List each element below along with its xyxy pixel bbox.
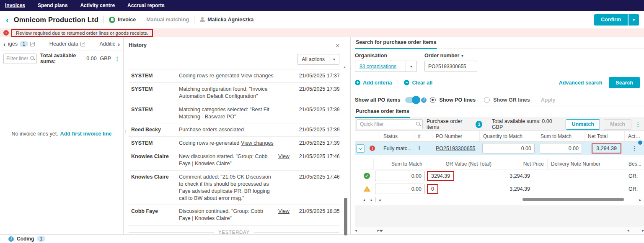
col-po-number[interactable]: PO Number [432,131,480,142]
tabs-scroll-right-icon[interactable]: › [118,41,120,47]
add-first-invoice-line-link[interactable]: Add first invoice line [60,131,112,137]
external-link-icon[interactable]: ↗ [80,42,85,46]
search-button[interactable]: Search [609,77,640,88]
scroll-right-icon[interactable]: ▸ [381,228,383,233]
col-net-price[interactable]: Net Price [495,159,548,169]
organisation-value-link[interactable]: 83 organisations [355,64,406,69]
tabs-scroll-left-icon[interactable]: ‹ [3,41,5,47]
tab-purchase-order-items[interactable]: Purchase order items [355,108,410,118]
show-gr-lines-radio[interactable] [484,97,490,103]
col-delivery-note-number[interactable]: Delivery Note Number [548,159,625,169]
kebab-menu-icon[interactable]: ⋮ [635,121,641,128]
scrollbar-thumb[interactable] [522,198,624,201]
po-number-link[interactable]: PO25193300655 [436,146,476,151]
order-number-input[interactable] [424,61,477,72]
history-entry-user: Reed Becky [129,126,179,133]
history-entry: Reed Becky Purchase orders associated 21… [129,123,339,136]
order-number-label: Order number ▾ [424,53,477,59]
show-gr-lines-label[interactable]: Show GR lines [493,97,530,103]
scroll-left-icon[interactable]: ◂ [376,198,383,202]
history-entry-text: Purchase orders associated [179,126,278,133]
nav-invoices[interactable]: Invoices [5,3,25,8]
scroll-down-icon[interactable]: ▾ [344,228,346,233]
quantity-to-match-input[interactable] [482,143,535,153]
quick-filter-input[interactable] [357,119,423,129]
col-number[interactable]: # [414,131,432,142]
gr-sum-to-match-input[interactable] [375,184,425,194]
po-item-row[interactable]: ! Fully matc... 1 PO25193300655 3,294.39… [355,142,644,155]
col-gr-value[interactable]: GR Value (Net Total) [426,159,495,169]
col-quantity-to-match[interactable]: Quantity to Match [480,131,537,142]
clear-all-link[interactable]: − Clear all [404,80,432,86]
col-sum-to-match[interactable]: Sum to Match [537,131,585,142]
unmatch-button[interactable]: Unmatch [566,119,600,130]
kebab-menu-icon[interactable]: ⋮ [114,56,120,62]
confirm-button[interactable]: Confirm [594,14,628,26]
col-gr-sum-to-match[interactable]: Sum to Match [374,159,426,169]
total-sums-value: 0.00 [86,56,96,61]
history-actions-filter-value: All actions [297,56,329,62]
notification-dot [638,141,642,145]
col-best[interactable]: Bes... [625,159,644,169]
panel-splitter-handle[interactable]: ⋮ [123,130,128,133]
gr-horizontal-scrollbar[interactable]: ◂ ▸ ◂ ▸ [360,197,644,203]
nav-activity-centre[interactable]: Activity centre [80,3,115,8]
scroll-left-icon[interactable]: ◂ [360,198,368,202]
close-icon[interactable]: × [336,42,339,49]
divider [194,16,194,23]
scroll-up-icon[interactable]: ▴ [344,65,346,69]
organisation-select[interactable]: 83 organisations ▾ [355,61,417,72]
sum-to-match-input[interactable] [540,143,582,153]
scroll-right-icon[interactable]: ▸ [368,198,375,202]
gr-best-value: GR: [625,169,644,182]
coding-section-label[interactable]: Coding [17,236,34,242]
col-actions[interactable]: Actio... [625,131,644,142]
tab-images[interactable]: iges 1 ↗ [8,41,35,47]
gr-sum-to-match-input[interactable] [375,171,425,181]
scroll-left-icon[interactable]: ◂ [355,228,357,233]
row-kebab-menu-icon[interactable]: ⋮ [632,145,637,151]
info-icon: i [8,236,14,242]
advanced-search-link[interactable]: Advanced search [559,80,603,86]
view-changes-link[interactable]: View changes [241,140,274,146]
organisation-label: Organisation [355,53,417,59]
gr-net-price: 3,294.39 [495,169,548,182]
col-net-total[interactable]: Net Total [585,131,625,142]
show-all-po-items-toggle[interactable] [405,97,419,103]
confirm-dropdown-button[interactable]: ▾ [628,14,639,26]
gr-lines-table: Sum to Match GR Value (Net Total) Net Pr… [360,159,644,195]
nav-spend-plans[interactable]: Spend plans [38,3,67,8]
col-status[interactable]: Status [380,131,414,142]
panel-resize-handle[interactable]: ··· [233,228,241,235]
po-items-count-badge: 1 [476,121,482,128]
back-button[interactable]: ‹ [6,15,9,24]
expand-row-button[interactable] [356,144,365,153]
view-link[interactable]: View [278,153,290,159]
history-entry: Knowles Claire New discussion started. "… [129,150,339,170]
chevron-down-icon: ▾ [633,18,635,22]
tab-search-po-items[interactable]: Search for purchase order items [355,39,437,49]
view-changes-link[interactable]: View changes [241,73,274,79]
tab-header-data[interactable]: Header data ↗ [49,41,85,47]
gr-line-row[interactable]: 0 3,294.39 GR: [360,182,644,195]
add-criteria-link[interactable]: + Add criteria [355,80,392,86]
show-po-lines-label[interactable]: Show PO lines [439,97,476,103]
scroll-right-icon[interactable]: ▸ [642,228,644,233]
show-po-lines-radio[interactable] [430,97,436,103]
history-scrollbar[interactable]: ▴ ▾ [343,65,348,233]
history-actions-filter[interactable]: All actions ▾ [297,54,339,65]
nav-accrual-reports[interactable]: Accrual reports [127,3,165,8]
view-link[interactable]: View [278,208,290,214]
panel-horizontal-scrollbar[interactable]: ◂ ▸ ◂ ▸ ◂ ▸ [355,227,644,233]
chevron-down-icon[interactable]: ▾ [461,54,463,58]
tab-additional[interactable]: Additic [99,41,115,47]
scroll-right-icon[interactable]: ▸ [636,198,644,202]
chevron-down-icon[interactable]: ▾ [406,61,416,72]
info-icon[interactable]: i [421,97,427,103]
history-title: History [129,42,147,48]
scroll-left-icon[interactable]: ◂ [627,228,629,233]
external-link-icon[interactable]: ↗ [30,42,35,46]
search-icon [416,122,421,126]
chevron-down-icon: ▾ [329,54,339,64]
gr-line-row[interactable]: ✓ 3294.39 3,294.39 GR: [360,169,644,182]
